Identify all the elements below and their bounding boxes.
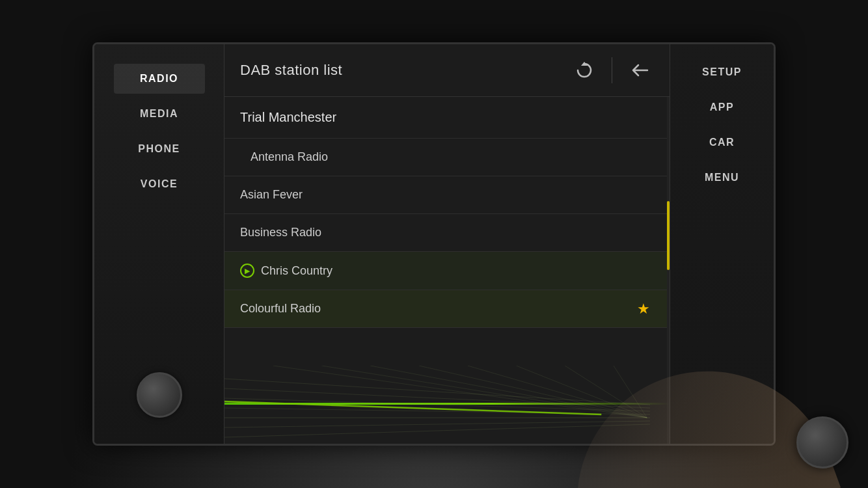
sidebar-item-media[interactable]: MEDIA: [114, 99, 205, 129]
station-name: Colourful Radio: [240, 302, 321, 316]
grid-lines: [224, 366, 650, 444]
station-name: Trial Manchester: [240, 110, 336, 125]
header: DAB station list: [224, 44, 670, 97]
scroll-bar: [667, 97, 670, 444]
svg-line-13: [516, 366, 647, 418]
right-panel: SETUP APP CAR MENU: [670, 44, 774, 444]
station-name: Antenna Radio: [251, 150, 328, 164]
sidebar-item-radio[interactable]: RADIO: [114, 64, 205, 94]
svg-line-9: [321, 366, 647, 418]
svg-line-11: [419, 366, 647, 418]
favorite-icon: ★: [637, 301, 650, 318]
screen-bezel: RADIO MEDIA PHONE VOICE DAB station list: [92, 42, 776, 446]
svg-line-8: [273, 366, 647, 418]
right-knob[interactable]: [796, 416, 848, 468]
right-item-setup[interactable]: SETUP: [683, 57, 761, 87]
station-item-6[interactable]: Colourful Radio ★: [224, 290, 670, 328]
scroll-thumb[interactable]: [667, 201, 670, 271]
svg-line-3: [224, 398, 650, 411]
station-name: Business Radio: [240, 226, 321, 239]
svg-line-7: [224, 424, 650, 437]
right-item-car[interactable]: CAR: [683, 128, 761, 157]
svg-line-4: [224, 408, 650, 414]
refresh-button[interactable]: [570, 56, 599, 85]
right-item-app[interactable]: APP: [683, 92, 761, 122]
svg-line-15: [614, 366, 647, 418]
header-divider: [612, 57, 612, 83]
station-name: Chris Country: [261, 264, 332, 278]
station-item-1[interactable]: Trial Manchester: [224, 97, 670, 139]
svg-line-1: [224, 379, 650, 405]
station-name: Asian Fever: [240, 188, 303, 202]
left-knob[interactable]: [137, 372, 182, 418]
svg-line-14: [565, 366, 647, 418]
sidebar: RADIO MEDIA PHONE VOICE: [94, 44, 224, 444]
progress-line: [224, 403, 670, 405]
page-title: DAB station list: [240, 62, 342, 79]
station-item-3[interactable]: Asian Fever: [224, 176, 670, 214]
station-item-2[interactable]: Antenna Radio: [224, 139, 670, 176]
header-icons: [570, 56, 654, 85]
station-item-4[interactable]: Business Radio: [224, 214, 670, 252]
play-icon: ▶: [240, 264, 254, 278]
main-content: DAB station list: [224, 44, 670, 444]
back-button[interactable]: [625, 56, 654, 85]
outer-frame: RADIO MEDIA PHONE VOICE DAB station list: [0, 0, 868, 488]
svg-line-6: [224, 421, 650, 427]
svg-line-2: [224, 388, 650, 408]
station-list: Trial Manchester Antenna Radio Asian Fev…: [224, 97, 670, 444]
sidebar-item-phone[interactable]: PHONE: [114, 134, 205, 164]
right-item-menu[interactable]: MENU: [683, 163, 761, 193]
sidebar-item-voice[interactable]: VOICE: [114, 169, 205, 199]
svg-line-12: [468, 366, 647, 418]
station-item-5[interactable]: ▶ Chris Country: [224, 252, 670, 290]
svg-line-10: [370, 366, 647, 418]
